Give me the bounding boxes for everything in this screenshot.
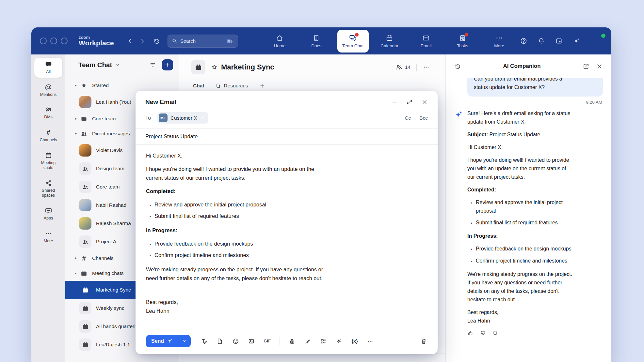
notifications-icon[interactable]	[538, 37, 545, 45]
encryption-icon[interactable]	[289, 338, 296, 345]
remove-recipient-icon[interactable]	[200, 116, 205, 120]
divider	[416, 64, 417, 71]
emoji-icon[interactable]	[232, 338, 239, 345]
email-greeting: Hi Customer X,	[146, 151, 427, 160]
caret-right-icon	[73, 256, 78, 261]
filter-icon[interactable]	[149, 61, 156, 68]
tab-team-chat[interactable]: Team Chat	[337, 30, 369, 53]
caret-right-icon	[73, 116, 78, 121]
reply-signoff: Best regards, Lea Hahn	[467, 308, 599, 325]
bcc-button[interactable]: Bcc	[419, 115, 428, 121]
template-icon[interactable]	[320, 338, 327, 345]
resources-icon	[215, 83, 221, 89]
expand-icon[interactable]	[406, 99, 413, 105]
text-format-icon[interactable]	[201, 338, 208, 345]
ai-reply-text: Sure! Here's a draft email asking for a …	[467, 109, 599, 336]
people-icon	[82, 165, 89, 172]
window-controls[interactable]	[40, 38, 68, 44]
email-closing: We're making steady progress on the proj…	[146, 265, 427, 283]
rail-item-apps[interactable]: Apps	[34, 204, 62, 224]
chat-more-icon[interactable]	[423, 64, 430, 71]
toolbar-more-icon[interactable]	[367, 338, 374, 345]
history-icon[interactable]	[454, 63, 461, 70]
to-field[interactable]: To ML Customer X Cc Bcc	[136, 110, 438, 128]
send-options-button[interactable]	[178, 335, 191, 347]
primary-nav: Home Docs Team Chat Calendar Email Tasks	[264, 30, 515, 53]
recipient-chip[interactable]: ML Customer X	[157, 112, 208, 124]
send-button[interactable]: Send	[146, 335, 191, 347]
window-close-button[interactable]	[40, 38, 47, 44]
calendar-icon	[45, 152, 52, 159]
email-body-editor[interactable]: Hi Customer X, I hope you're doing well!…	[136, 145, 438, 328]
tab-chat[interactable]: Chat	[193, 83, 204, 89]
tab-home[interactable]: Home	[264, 30, 296, 53]
member-count[interactable]: 14	[405, 64, 411, 70]
rail-item-all[interactable]: All	[34, 58, 62, 78]
meeting-chat-icon-tile	[191, 60, 205, 74]
logo-workplace: Workplace	[79, 39, 114, 47]
members-icon[interactable]	[395, 64, 403, 71]
ai-feedback-row	[467, 330, 599, 336]
window-minimize-button[interactable]	[50, 38, 57, 44]
profile-avatar[interactable]	[590, 34, 605, 48]
meeting-avatar	[79, 339, 91, 351]
ai-conversation: Can you draft an email that provides a s…	[446, 78, 611, 362]
attach-file-icon[interactable]	[217, 338, 223, 345]
copy-icon[interactable]	[492, 330, 498, 336]
search-placeholder: Search	[180, 38, 224, 44]
rail-item-more[interactable]: More	[34, 227, 62, 247]
user-prompt-bubble: Can you draft an email that provides a s…	[467, 78, 603, 97]
rail-item-shared-spaces[interactable]: Shared spaces	[34, 176, 62, 201]
rail-item-meeting-chats[interactable]: Meeting chats	[34, 149, 62, 173]
tab-resources[interactable]: Resources	[215, 83, 248, 89]
tab-docs[interactable]: Docs	[301, 30, 332, 53]
history-icon[interactable]	[153, 38, 160, 45]
group-avatar	[79, 235, 91, 248]
at-icon: @	[45, 83, 52, 91]
insert-image-icon[interactable]	[248, 338, 255, 345]
ai-companion-icon[interactable]	[573, 37, 580, 45]
search-input[interactable]: Search ⌘F	[168, 35, 238, 48]
variables-icon[interactable]: {x}	[351, 339, 358, 344]
subject-field[interactable]: Project Status Update	[136, 128, 438, 145]
rail-item-mentions[interactable]: @ Mentions	[34, 81, 62, 100]
reply-subject: Subject: Project Status Update	[467, 130, 599, 139]
help-icon[interactable]	[520, 37, 527, 45]
tab-tasks[interactable]: Tasks	[447, 30, 478, 53]
calendar-date-icon[interactable]	[555, 37, 563, 45]
email-signoff: Best regards, Lea Hahn	[146, 298, 427, 315]
calendar-icon	[82, 341, 89, 348]
delete-draft-icon[interactable]	[420, 338, 427, 345]
tab-email[interactable]: Email	[411, 30, 442, 53]
logo-zoom: zoom	[79, 35, 114, 40]
avatar	[79, 217, 91, 230]
close-icon[interactable]	[596, 63, 603, 70]
modal-header: New Email	[136, 91, 438, 110]
tab-more[interactable]: More	[484, 30, 515, 53]
add-tab-icon[interactable]	[259, 83, 265, 89]
ai-compose-icon[interactable]	[336, 338, 343, 345]
minimize-icon[interactable]	[391, 99, 398, 105]
rail-item-dms[interactable]: DMs	[34, 103, 62, 123]
email-icon	[422, 34, 430, 42]
open-in-new-icon[interactable]	[583, 63, 589, 70]
thumbs-up-icon[interactable]	[467, 330, 474, 336]
rail-item-channels[interactable]: # Channels	[34, 126, 62, 146]
thumbs-down-icon[interactable]	[480, 330, 486, 336]
favorite-star-icon[interactable]	[211, 64, 218, 71]
chat-input-area[interactable]	[179, 353, 445, 362]
group-avatar	[79, 181, 91, 193]
chevron-down-icon[interactable]	[114, 62, 120, 68]
cc-button[interactable]: Cc	[405, 115, 411, 121]
close-icon[interactable]	[421, 99, 428, 105]
meeting-avatar	[79, 320, 91, 333]
forward-icon[interactable]	[139, 38, 146, 45]
new-chat-button[interactable]	[162, 59, 173, 70]
home-icon	[276, 34, 284, 42]
tab-calendar[interactable]: Calendar	[374, 30, 405, 53]
window-zoom-button[interactable]	[61, 38, 68, 44]
gif-icon[interactable]: GIF	[264, 339, 271, 343]
back-icon[interactable]	[126, 38, 134, 45]
signature-icon[interactable]	[304, 338, 311, 345]
docs-icon	[312, 34, 320, 42]
